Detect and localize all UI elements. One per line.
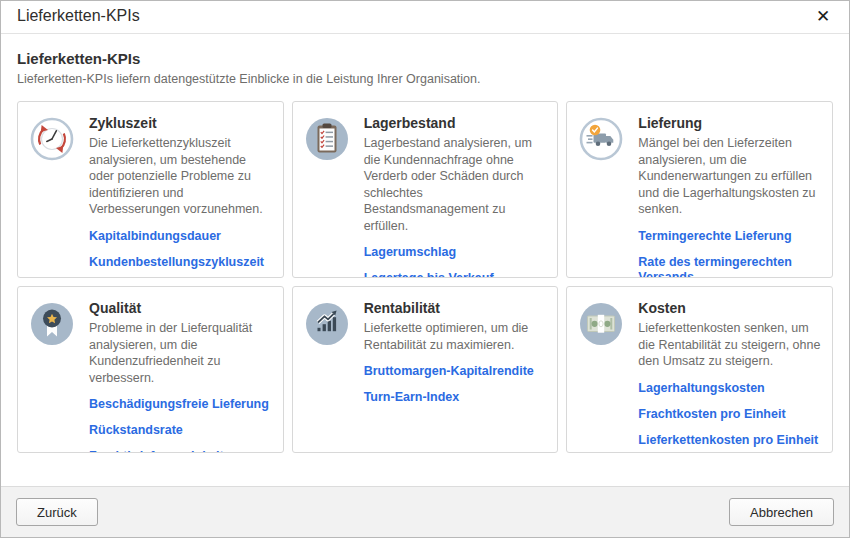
cancel-button[interactable]: Abbrechen [729, 498, 834, 526]
card-content: Rentabilität Lieferkette optimieren, um … [364, 300, 548, 416]
kpi-link-beschaedigungsfreie-lieferung[interactable]: Beschädigungsfreie Lieferung [89, 397, 273, 412]
kpi-link-rate-termingerechter-versand[interactable]: Rate des termingerechten Versands [638, 255, 822, 279]
kpi-link-kundenbestellungszykluszeit[interactable]: Kundenbestellungszykluszeit [89, 255, 273, 270]
kpi-card-cost: Kosten Lieferkettenkosten senken, um die… [566, 286, 833, 453]
kpi-link-lagerhaltungskosten[interactable]: Lagerhaltungskosten [638, 381, 822, 396]
card-title: Rentabilität [364, 300, 548, 317]
card-content: Qualität Probleme in der Lieferqualität … [89, 300, 273, 453]
cost-money-icon [579, 302, 623, 346]
dialog-titlebar: Lieferketten-KPIs ✕ [1, 1, 849, 34]
kpi-link-lagertage-bis-verkauf[interactable]: Lagertage bis Verkauf [364, 271, 548, 278]
inventory-clipboard-icon [305, 117, 349, 161]
kpi-link-lieferkettenkosten-pro-einheit[interactable]: Lieferkettenkosten pro Einheit [638, 433, 822, 448]
kpi-card-profitability: Rentabilität Lieferkette optimieren, um … [292, 286, 559, 453]
supply-chain-kpis-dialog: Lieferketten-KPIs ✕ Lieferketten-KPIs Li… [0, 0, 850, 538]
card-content: Lieferung Mängel bei den Lieferzeiten an… [638, 115, 822, 278]
card-title: Zykluszeit [89, 115, 273, 132]
card-description: Mängel bei den Lieferzeiten analysieren,… [638, 135, 822, 218]
card-title: Qualität [89, 300, 273, 317]
page-subtitle: Lieferketten-KPIs liefern datengestützte… [17, 72, 833, 87]
kpi-link-turn-earn-index[interactable]: Turn-Earn-Index [364, 390, 548, 405]
quality-medal-icon [30, 302, 74, 346]
dialog-title: Lieferketten-KPIs [17, 7, 140, 25]
card-description: Die Lieferkettenzykluszeit analysieren, … [89, 135, 273, 218]
back-button[interactable]: Zurück [16, 498, 98, 526]
kpi-cards-grid: Zykluszeit Die Lieferkettenzykluszeit an… [17, 101, 833, 453]
card-description: Probleme in der Lieferqualität analysier… [89, 320, 273, 386]
card-content: Lagerbestand Lagerbestand analysieren, u… [364, 115, 548, 278]
card-title: Kosten [638, 300, 822, 317]
kpi-card-cycle-time: Zykluszeit Die Lieferkettenzykluszeit an… [17, 101, 284, 278]
kpi-link-frachtbriefgenauigkeit[interactable]: Frachtbriefgenauigkeit [89, 449, 273, 453]
dialog-body: Lieferketten-KPIs Lieferketten-KPIs lief… [1, 34, 849, 488]
dialog-footer: Zurück Abbrechen [1, 486, 849, 537]
kpi-card-quality: Qualität Probleme in der Lieferqualität … [17, 286, 284, 453]
kpi-link-kapitalbindungsdauer[interactable]: Kapitalbindungsdauer [89, 229, 273, 244]
kpi-card-delivery: Lieferung Mängel bei den Lieferzeiten an… [566, 101, 833, 278]
page-title: Lieferketten-KPIs [17, 50, 833, 68]
kpi-card-inventory: Lagerbestand Lagerbestand analysieren, u… [292, 101, 559, 278]
card-title: Lieferung [638, 115, 822, 132]
delivery-truck-icon [579, 117, 623, 161]
kpi-link-termingerechte-lieferung[interactable]: Termingerechte Lieferung [638, 229, 822, 244]
card-title: Lagerbestand [364, 115, 548, 132]
card-description: Lieferkette optimieren, um die Rentabili… [364, 320, 548, 353]
card-content: Zykluszeit Die Lieferkettenzykluszeit an… [89, 115, 273, 278]
kpi-link-lagerumschlag[interactable]: Lagerumschlag [364, 245, 548, 260]
kpi-link-rueckstandsrate[interactable]: Rückstandsrate [89, 423, 273, 438]
card-description: Lagerbestand analysieren, um die Kundenn… [364, 135, 548, 234]
card-content: Kosten Lieferkettenkosten senken, um die… [638, 300, 822, 453]
kpi-link-frachtkosten-pro-einheit[interactable]: Frachtkosten pro Einheit [638, 407, 822, 422]
profitability-chart-icon [305, 302, 349, 346]
close-icon[interactable]: ✕ [809, 4, 837, 30]
card-description: Lieferkettenkosten senken, um die Rentab… [638, 320, 822, 370]
kpi-link-bruttomargen-kapitalrendite[interactable]: Bruttomargen-Kapitalrendite [364, 364, 548, 379]
cycle-time-clock-icon [30, 117, 74, 161]
